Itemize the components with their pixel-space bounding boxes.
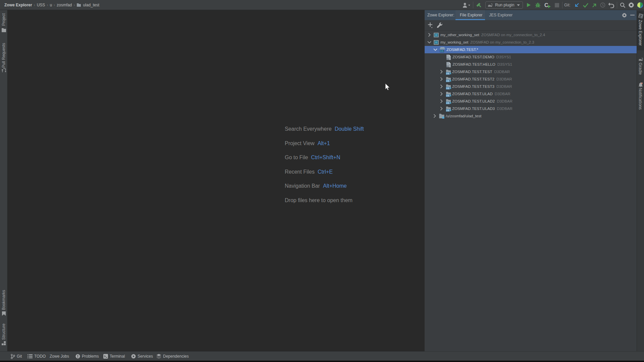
svg-text:DS: DS [446,109,449,112]
svg-text:DS: DS [446,102,449,104]
svg-text:DS: DS [440,50,443,52]
svg-text:DS: DS [446,95,449,97]
svg-text:DS: DS [446,80,449,82]
svg-text:DS: DS [446,72,449,75]
svg-text:C: C [544,2,548,8]
svg-text:DS: DS [447,65,450,67]
svg-text:DS: DS [447,58,450,60]
svg-text:DS: DS [446,87,449,89]
